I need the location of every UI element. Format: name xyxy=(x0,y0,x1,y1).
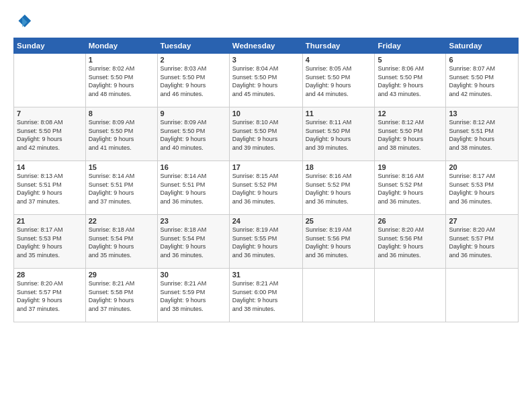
day-number: 20 xyxy=(449,163,515,171)
weekday-header-sunday: Sunday xyxy=(14,38,86,54)
day-number: 7 xyxy=(17,109,83,118)
day-info: Sunrise: 8:09 AM Sunset: 5:50 PM Dayligh… xyxy=(161,118,226,152)
weekday-header-thursday: Thursday xyxy=(302,38,375,54)
day-number: 16 xyxy=(161,163,226,171)
calendar-day-cell: 25Sunrise: 8:19 AM Sunset: 5:56 PM Dayli… xyxy=(302,215,375,269)
day-number: 14 xyxy=(17,163,83,171)
calendar-day-cell: 5Sunrise: 8:06 AM Sunset: 5:50 PM Daylig… xyxy=(375,54,446,107)
calendar-day-cell: 6Sunrise: 8:07 AM Sunset: 5:50 PM Daylig… xyxy=(446,54,519,107)
calendar-day-cell: 15Sunrise: 8:14 AM Sunset: 5:51 PM Dayli… xyxy=(85,161,157,215)
day-info: Sunrise: 8:15 AM Sunset: 5:52 PM Dayligh… xyxy=(232,172,300,205)
calendar-day-cell: 4Sunrise: 8:05 AM Sunset: 5:50 PM Daylig… xyxy=(302,54,375,107)
calendar-day-cell: 8Sunrise: 8:09 AM Sunset: 5:50 PM Daylig… xyxy=(85,107,157,161)
weekday-header-monday: Monday xyxy=(85,38,157,54)
day-number: 29 xyxy=(89,271,154,279)
weekday-header-friday: Friday xyxy=(375,38,446,54)
calendar-day-cell: 29Sunrise: 8:21 AM Sunset: 5:58 PM Dayli… xyxy=(85,269,157,322)
day-number: 30 xyxy=(161,271,226,279)
calendar-week-row: 14Sunrise: 8:13 AM Sunset: 5:51 PM Dayli… xyxy=(14,161,519,215)
day-info: Sunrise: 8:19 AM Sunset: 5:56 PM Dayligh… xyxy=(306,226,372,259)
calendar-day-cell: 2Sunrise: 8:03 AM Sunset: 5:50 PM Daylig… xyxy=(157,54,229,107)
day-number: 19 xyxy=(378,163,443,171)
calendar-day-cell: 17Sunrise: 8:15 AM Sunset: 5:52 PM Dayli… xyxy=(229,161,302,215)
day-info: Sunrise: 8:20 AM Sunset: 5:56 PM Dayligh… xyxy=(378,226,443,259)
calendar-week-row: 28Sunrise: 8:20 AM Sunset: 5:57 PM Dayli… xyxy=(14,269,519,322)
day-info: Sunrise: 8:11 AM Sunset: 5:50 PM Dayligh… xyxy=(306,118,372,152)
day-info: Sunrise: 8:02 AM Sunset: 5:50 PM Dayligh… xyxy=(89,64,154,98)
calendar-day-cell: 13Sunrise: 8:12 AM Sunset: 5:51 PM Dayli… xyxy=(446,107,519,161)
weekday-header-row: SundayMondayTuesdayWednesdayThursdayFrid… xyxy=(14,38,519,54)
day-info: Sunrise: 8:17 AM Sunset: 5:53 PM Dayligh… xyxy=(449,172,515,205)
calendar-day-cell: 11Sunrise: 8:11 AM Sunset: 5:50 PM Dayli… xyxy=(302,107,375,161)
empty-cell xyxy=(14,54,86,107)
day-number: 23 xyxy=(161,217,226,225)
weekday-header-saturday: Saturday xyxy=(446,38,519,54)
day-number: 3 xyxy=(232,56,300,64)
day-number: 13 xyxy=(449,109,515,118)
calendar-day-cell: 23Sunrise: 8:18 AM Sunset: 5:54 PM Dayli… xyxy=(157,215,229,269)
day-info: Sunrise: 8:12 AM Sunset: 5:50 PM Dayligh… xyxy=(378,118,443,152)
day-info: Sunrise: 8:19 AM Sunset: 5:55 PM Dayligh… xyxy=(232,226,300,259)
day-number: 1 xyxy=(89,56,154,64)
calendar-day-cell: 30Sunrise: 8:21 AM Sunset: 5:59 PM Dayli… xyxy=(157,269,229,322)
day-number: 6 xyxy=(449,56,515,64)
day-info: Sunrise: 8:04 AM Sunset: 5:50 PM Dayligh… xyxy=(232,64,300,98)
day-info: Sunrise: 8:08 AM Sunset: 5:50 PM Dayligh… xyxy=(17,118,83,152)
page: SundayMondayTuesdayWednesdayThursdayFrid… xyxy=(0,0,532,411)
day-info: Sunrise: 8:06 AM Sunset: 5:50 PM Dayligh… xyxy=(378,64,443,98)
logo-icon xyxy=(13,12,32,31)
calendar-week-row: 7Sunrise: 8:08 AM Sunset: 5:50 PM Daylig… xyxy=(14,107,519,161)
day-info: Sunrise: 8:17 AM Sunset: 5:53 PM Dayligh… xyxy=(17,226,83,259)
calendar-day-cell: 22Sunrise: 8:18 AM Sunset: 5:54 PM Dayli… xyxy=(85,215,157,269)
day-info: Sunrise: 8:05 AM Sunset: 5:50 PM Dayligh… xyxy=(306,64,372,98)
calendar-day-cell: 27Sunrise: 8:20 AM Sunset: 5:57 PM Dayli… xyxy=(446,215,519,269)
calendar-day-cell: 7Sunrise: 8:08 AM Sunset: 5:50 PM Daylig… xyxy=(14,107,86,161)
calendar-day-cell: 3Sunrise: 8:04 AM Sunset: 5:50 PM Daylig… xyxy=(229,54,302,107)
calendar-day-cell: 21Sunrise: 8:17 AM Sunset: 5:53 PM Dayli… xyxy=(14,215,86,269)
day-number: 10 xyxy=(232,109,300,118)
day-info: Sunrise: 8:12 AM Sunset: 5:51 PM Dayligh… xyxy=(449,118,515,152)
day-info: Sunrise: 8:21 AM Sunset: 5:59 PM Dayligh… xyxy=(161,279,226,313)
day-number: 11 xyxy=(306,109,372,118)
empty-cell xyxy=(375,269,446,322)
day-info: Sunrise: 8:20 AM Sunset: 5:57 PM Dayligh… xyxy=(449,226,515,259)
day-number: 24 xyxy=(232,217,300,225)
calendar-day-cell: 1Sunrise: 8:02 AM Sunset: 5:50 PM Daylig… xyxy=(85,54,157,107)
calendar-day-cell: 19Sunrise: 8:16 AM Sunset: 5:52 PM Dayli… xyxy=(375,161,446,215)
day-number: 31 xyxy=(232,271,300,279)
day-number: 15 xyxy=(89,163,154,171)
day-info: Sunrise: 8:18 AM Sunset: 5:54 PM Dayligh… xyxy=(161,226,226,259)
day-number: 27 xyxy=(449,217,515,225)
day-info: Sunrise: 8:21 AM Sunset: 5:58 PM Dayligh… xyxy=(89,279,154,313)
day-info: Sunrise: 8:03 AM Sunset: 5:50 PM Dayligh… xyxy=(161,64,226,98)
day-number: 26 xyxy=(378,217,443,225)
empty-cell xyxy=(302,269,375,322)
calendar-day-cell: 16Sunrise: 8:14 AM Sunset: 5:51 PM Dayli… xyxy=(157,161,229,215)
calendar-table: SundayMondayTuesdayWednesdayThursdayFrid… xyxy=(13,38,519,322)
day-info: Sunrise: 8:07 AM Sunset: 5:50 PM Dayligh… xyxy=(449,64,515,98)
day-number: 22 xyxy=(89,217,154,225)
day-info: Sunrise: 8:14 AM Sunset: 5:51 PM Dayligh… xyxy=(89,172,154,205)
calendar-day-cell: 20Sunrise: 8:17 AM Sunset: 5:53 PM Dayli… xyxy=(446,161,519,215)
calendar-day-cell: 24Sunrise: 8:19 AM Sunset: 5:55 PM Dayli… xyxy=(229,215,302,269)
calendar-day-cell: 9Sunrise: 8:09 AM Sunset: 5:50 PM Daylig… xyxy=(157,107,229,161)
day-number: 18 xyxy=(306,163,372,171)
day-number: 12 xyxy=(378,109,443,118)
weekday-header-tuesday: Tuesday xyxy=(157,38,229,54)
day-number: 28 xyxy=(17,271,83,279)
calendar-week-row: 21Sunrise: 8:17 AM Sunset: 5:53 PM Dayli… xyxy=(14,215,519,269)
day-info: Sunrise: 8:13 AM Sunset: 5:51 PM Dayligh… xyxy=(17,172,83,205)
calendar-day-cell: 31Sunrise: 8:21 AM Sunset: 6:00 PM Dayli… xyxy=(229,269,302,322)
day-number: 21 xyxy=(17,217,83,225)
day-info: Sunrise: 8:10 AM Sunset: 5:50 PM Dayligh… xyxy=(232,118,300,152)
day-number: 5 xyxy=(378,56,443,64)
day-number: 4 xyxy=(306,56,372,64)
day-info: Sunrise: 8:09 AM Sunset: 5:50 PM Dayligh… xyxy=(89,118,154,152)
day-info: Sunrise: 8:14 AM Sunset: 5:51 PM Dayligh… xyxy=(161,172,226,205)
day-info: Sunrise: 8:20 AM Sunset: 5:57 PM Dayligh… xyxy=(17,279,83,313)
calendar-day-cell: 10Sunrise: 8:10 AM Sunset: 5:50 PM Dayli… xyxy=(229,107,302,161)
day-number: 25 xyxy=(306,217,372,225)
header xyxy=(13,12,519,31)
calendar-day-cell: 14Sunrise: 8:13 AM Sunset: 5:51 PM Dayli… xyxy=(14,161,86,215)
day-number: 9 xyxy=(161,109,226,118)
